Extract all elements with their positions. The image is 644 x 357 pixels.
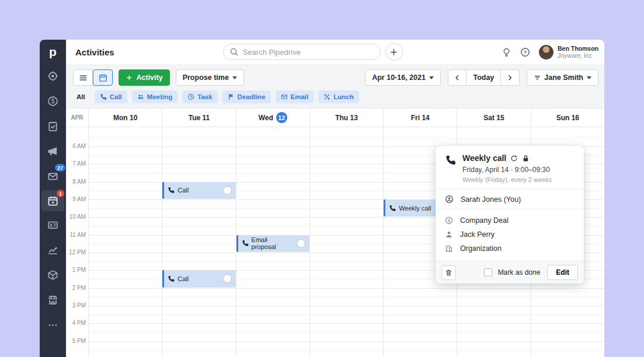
filter-chip-call[interactable]: Call [95,90,127,103]
top-bar: Activities [66,40,604,64]
dollar-circle-icon: $ [47,96,58,107]
pipedrive-logo[interactable]: p [40,40,66,64]
day-header-sun-16[interactable]: Sun 16 [531,108,604,127]
filter-chip-all[interactable]: All [73,90,89,103]
event-done-checkbox[interactable] [297,239,305,248]
date-range-dropdown[interactable]: Apr 10-16, 2021 [365,69,441,86]
hour-line [88,323,604,324]
half-hour-line [88,297,604,298]
megaphone-icon [47,146,58,157]
list-icon [79,74,88,82]
edit-button[interactable]: Edit [547,265,578,280]
sidebar-item-mail[interactable]: 27 [40,164,66,189]
mark-as-done-checkbox[interactable] [484,268,492,276]
repeat-icon [510,155,518,162]
event-title: Call [177,275,189,282]
chevron-down-icon [587,76,591,79]
desktop-background: p $271 Activities [0,0,644,357]
sidebar-item-contacts[interactable] [40,212,66,237]
popup-attendee: Sarah Jones (You) [461,195,521,204]
sidebar-item-deals[interactable]: $ [40,89,66,114]
sidebar-item-insights[interactable] [40,237,66,262]
calendar-view-button[interactable] [93,69,113,86]
chevron-right-icon [506,74,514,82]
next-week-button[interactable] [501,69,520,86]
calendar-event-email-proposal[interactable]: Email proposal [236,235,309,252]
popup-linked-jack-perry[interactable]: Jack Perry [445,228,575,242]
sidebar-item-products[interactable] [40,262,66,288]
day-header-wed[interactable]: Wed12 [236,108,309,127]
day-header-fri-14[interactable]: Fri 14 [383,108,457,127]
ellipsis-icon [47,320,58,331]
user-menu[interactable]: Ben Thomson Joyware, Inc [539,45,598,60]
chevron-down-icon [232,76,237,79]
mail-icon [47,171,58,182]
search-box[interactable] [223,44,381,60]
day-header-tue-11[interactable]: Tue 11 [162,108,235,127]
popup-header-text: Weekly call Friday, April 14 · 9:00–09:3… [462,153,552,183]
list-view-button[interactable] [73,69,93,86]
sidebar-item-campaigns[interactable] [40,139,66,164]
propose-time-button[interactable]: Propose time [176,69,244,86]
owner-filter-dropdown[interactable]: Jane Smith [527,69,598,86]
sidebar-item-marketplace[interactable] [40,288,66,313]
time-label: 5 PM [66,338,86,344]
hour-line [88,306,604,306]
sidebar-item-more[interactable] [40,313,66,338]
day-label: Fri 14 [411,114,430,122]
filter-chip-lunch[interactable]: Lunch [318,90,359,103]
clock-icon [187,93,194,100]
popup-title-row: Weekly call [462,153,552,163]
sidebar-item-activities[interactable]: 1 [40,189,66,212]
day-header-mon-10[interactable]: Mon 10 [88,108,162,127]
tips-button[interactable] [502,47,511,57]
popup-linked-company-deal[interactable]: $Company Deal [445,214,575,228]
popup-attendee-row: Sarah Jones (You) [436,190,584,209]
popup-recurrence: Weekly (Friday), every 2 weeks [462,176,552,183]
day-header-row: APR Mon 10Tue 11Wed12Thu 13Fri 14Sat 15S… [66,108,604,127]
time-label: 12 PM [66,250,86,256]
event-done-checkbox[interactable] [223,274,232,283]
propose-time-label: Propose time [183,74,229,82]
filter-chip-deadline[interactable]: Deadline [222,90,271,103]
sidebar-item-tasks[interactable] [40,114,66,139]
day-header-thu-13[interactable]: Thu 13 [309,108,383,127]
add-activity-label: Activity [137,74,163,82]
day-header-sat-15[interactable]: Sat 15 [457,108,530,127]
avatar [539,45,554,60]
calendar-event-call[interactable]: Call [162,182,235,199]
filter-chip-email[interactable]: Email [276,90,314,103]
prev-week-button[interactable] [448,69,467,86]
filter-chip-meeting[interactable]: Meeting [132,90,177,103]
filter-chip-label: Call [110,93,122,100]
lock-icon [522,155,530,162]
quick-add-button[interactable] [385,43,403,61]
today-label: Today [473,74,494,82]
add-activity-button[interactable]: Activity [119,69,170,86]
today-button[interactable]: Today [467,69,501,86]
chart-icon [47,244,58,256]
date-range-label: Apr 10-16, 2021 [372,74,426,82]
filter-chip-task[interactable]: Task [182,90,217,103]
target-icon [47,71,58,82]
dollar-circle-icon: $ [445,216,453,225]
popup-linked-organization[interactable]: Organization [445,242,575,256]
sidebar-item-leads[interactable] [40,64,66,89]
svg-text:?: ? [524,49,527,55]
event-done-checkbox[interactable] [223,186,232,195]
calendar-event-call[interactable]: Call [162,270,235,287]
activities-badge: 1 [57,190,64,197]
help-button[interactable]: ? [520,47,530,57]
user-org: Joyware, Inc [558,52,598,59]
popup-header: Weekly call Friday, April 14 · 9:00–09:3… [436,146,584,189]
trash-icon [445,269,452,276]
delete-button[interactable] [441,265,456,280]
filter-chip-label: Meeting [147,93,172,100]
day-label: Tue 11 [189,114,210,122]
sidebar: p $271 [40,40,66,357]
linked-item-label: Jack Perry [460,230,495,239]
popup-datetime: Friday, April 14 · 9:00–09:30 [462,166,552,174]
search-input[interactable] [243,48,374,57]
search-icon [229,47,239,57]
half-hour-line [88,332,604,332]
